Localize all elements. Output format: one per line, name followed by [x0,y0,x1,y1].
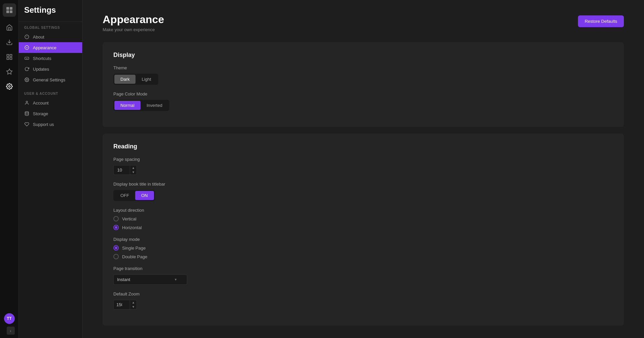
svg-point-9 [8,86,10,87]
display-single-page-label: Single Page [122,246,146,251]
page-transition-select[interactable]: Instant ▾ [113,274,187,285]
layout-horizontal-radio-circle [113,225,119,230]
layout-vertical-label: Vertical [122,216,137,221]
main-content: Appearance Make your own experience Rest… [83,0,644,338]
display-mode-label: Display mode [113,237,613,242]
display-single-page-radio[interactable]: Single Page [113,245,613,251]
avatar[interactable]: TT [4,313,15,324]
page-spacing-arrows: ▲ ▼ [130,166,137,175]
theme-label: Theme [113,65,613,70]
layout-horizontal-label: Horizontal [122,225,142,230]
sidebar: Settings GLOBAL SETTINGS About Appearanc… [19,0,83,338]
main-header: Appearance Make your own experience Rest… [83,0,644,42]
storage-label: Storage [33,111,48,116]
display-single-page-radio-circle [113,245,119,251]
header-text: Appearance Make your own experience [103,13,164,32]
default-zoom-input[interactable]: 150 [114,300,130,309]
layout-direction-setting-row: Layout direction Vertical Horizontal [113,208,613,230]
theme-light-button[interactable]: Light [136,75,157,84]
page-spacing-label: Page spacing [113,157,613,162]
page-spacing-up-button[interactable]: ▲ [130,166,137,170]
plugins-icon-btn[interactable] [3,65,16,78]
expand-sidebar-button[interactable]: › [7,327,15,335]
user-account-label: USER & ACCOUNT [19,90,82,97]
page-spacing-input[interactable]: 10 [114,165,130,175]
svg-rect-6 [10,55,12,57]
page-color-mode-toggle-group: Normal Inverted [113,100,169,111]
theme-dark-button[interactable]: Dark [114,75,136,84]
shortcuts-label: Shortcuts [33,56,51,61]
sidebar-item-appearance[interactable]: Appearance [19,42,82,53]
download-icon-btn[interactable] [3,36,16,49]
theme-toggle-group: Dark Light [113,74,158,85]
svg-rect-5 [7,55,9,57]
icon-bar: TT › [0,0,19,338]
default-zoom-down-button[interactable]: ▼ [130,305,137,309]
layout-direction-radio-group: Vertical Horizontal [113,216,613,230]
sidebar-item-general-settings[interactable]: General Settings [19,74,82,85]
sidebar-item-support[interactable]: Support us [19,119,82,130]
page-transition-setting-row: Page transition Instant ▾ [113,266,613,285]
display-book-title-on-button[interactable]: ON [135,191,154,200]
display-double-page-radio-circle [113,254,119,259]
restore-defaults-button[interactable]: Restore Defaults [578,15,624,27]
display-mode-setting-row: Display mode Single Page Double Page [113,237,613,259]
about-icon [24,34,30,40]
display-double-page-label: Double Page [122,254,147,259]
support-label: Support us [33,122,54,127]
page-transition-select-container: Instant ▾ [113,274,187,285]
support-icon [24,122,30,127]
page-spacing-spinbox: 10 ▲ ▼ [113,165,137,175]
icon-bar-top [3,3,16,312]
app-logo [3,3,16,17]
appearance-icon [24,45,30,50]
page-title: Appearance [103,13,164,26]
reading-card: Reading Page spacing 10 ▲ ▼ Display book… [103,134,624,326]
layout-direction-label: Layout direction [113,208,613,213]
display-book-title-toggle-group: OFF ON [113,190,155,201]
svg-rect-13 [25,57,29,60]
storage-icon [24,111,30,116]
sidebar-item-updates[interactable]: Updates [19,64,82,74]
account-label: Account [33,100,49,106]
shortcuts-icon [24,56,30,61]
page-color-normal-button[interactable]: Normal [114,101,141,110]
sidebar-item-storage[interactable]: Storage [19,108,82,119]
page-subtitle: Make your own experience [103,27,164,32]
home-icon-btn[interactable] [3,21,16,34]
settings-icon-btn[interactable] [3,80,16,93]
display-double-page-radio[interactable]: Double Page [113,254,613,259]
default-zoom-setting-row: Default Zoom 150 ▲ ▼ [113,291,613,310]
default-zoom-label: Default Zoom [113,291,613,296]
about-label: About [33,35,44,40]
sidebar-item-shortcuts[interactable]: Shortcuts [19,53,82,64]
account-icon [24,100,30,106]
layout-horizontal-radio[interactable]: Horizontal [113,225,613,230]
page-color-inverted-button[interactable]: Inverted [141,101,168,110]
page-spacing-setting-row: Page spacing 10 ▲ ▼ [113,157,613,175]
sidebar-item-account[interactable]: Account [19,97,82,108]
svg-point-15 [26,101,28,103]
display-section-title: Display [113,52,613,59]
layout-vertical-radio[interactable]: Vertical [113,216,613,221]
display-book-title-off-button[interactable]: OFF [114,191,135,200]
updates-label: Updates [33,67,49,72]
general-settings-label: General Settings [33,77,65,82]
svg-rect-3 [10,10,12,13]
svg-point-14 [26,79,28,80]
page-spacing-down-button[interactable]: ▼ [130,170,137,175]
general-settings-icon [24,77,30,82]
icon-bar-bottom: TT › [4,313,15,335]
display-mode-radio-group: Single Page Double Page [113,245,613,259]
svg-rect-1 [10,7,12,10]
updates-icon [24,66,30,72]
svg-rect-0 [6,7,9,10]
svg-point-16 [25,112,29,113]
page-color-mode-label: Page Color Mode [113,91,613,96]
default-zoom-up-button[interactable]: ▲ [130,300,137,305]
sidebar-title: Settings [19,5,82,20]
sidebar-divider [19,21,82,22]
sidebar-item-about[interactable]: About [19,31,82,42]
library-icon-btn[interactable] [3,50,16,64]
select-arrow-icon: ▾ [175,277,177,282]
